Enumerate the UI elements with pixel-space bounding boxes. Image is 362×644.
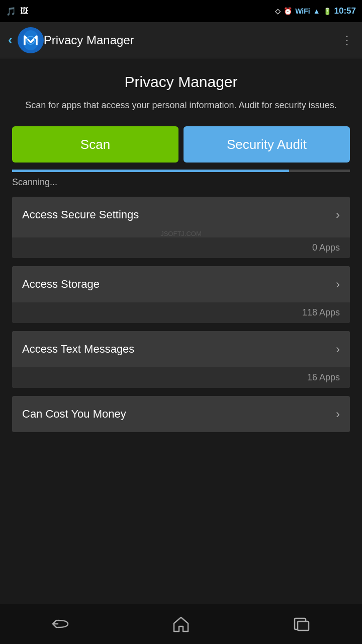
notification-icon-2: 🖼	[20, 7, 28, 16]
action-buttons: Scan Security Audit	[12, 126, 350, 163]
watermark: JSOFTJ.COM	[12, 230, 350, 237]
list-item[interactable]: Access Storage › 118 Apps	[12, 266, 350, 323]
battery-icon: 🔋	[323, 8, 331, 15]
chevron-icon-1: ›	[336, 208, 340, 222]
list-item-label-1: Access Secure Settings	[22, 208, 139, 221]
list-item[interactable]: Can Cost You Money ›	[12, 396, 350, 432]
nav-home-button[interactable]	[161, 611, 201, 636]
nav-bar	[0, 604, 362, 644]
chevron-icon-3: ›	[336, 342, 340, 356]
list-item-label-2: Access Storage	[22, 278, 100, 291]
list-item-count-2: 118 Apps	[12, 302, 350, 323]
page-description: Scan for apps that access your personal …	[12, 99, 350, 112]
list-item-label-3: Access Text Messages	[22, 343, 134, 356]
app-bar: ‹ Privacy Manager ⋮	[0, 22, 362, 58]
content-wrapper: Privacy Manager Scan for apps that acces…	[0, 58, 362, 482]
app-bar-title: Privacy Manager	[44, 33, 341, 47]
time-display: 10:57	[334, 6, 356, 16]
alarm-icon: ⏰	[284, 7, 292, 15]
list-item[interactable]: Access Text Messages › 16 Apps	[12, 331, 350, 388]
main-content: Privacy Manager Scan for apps that acces…	[0, 58, 362, 432]
status-bar: 🎵 🖼 ◇ ⏰ WiFi ▲ 🔋 10:57	[0, 0, 362, 22]
list-item-top-3: Access Text Messages ›	[12, 331, 350, 367]
list-item-count-1: 0 Apps	[12, 237, 350, 258]
list-item-top-1: Access Secure Settings ›	[12, 197, 350, 233]
notification-icon-1: 🎵	[6, 7, 16, 16]
security-audit-button[interactable]: Security Audit	[184, 126, 350, 163]
nav-back-button[interactable]	[40, 611, 80, 636]
sim-icon: ◇	[275, 7, 281, 15]
menu-button[interactable]: ⋮	[341, 33, 354, 47]
list-item-label-4: Can Cost You Money	[22, 408, 126, 421]
scanning-status: Scanning...	[12, 177, 350, 188]
app-logo	[18, 27, 44, 53]
status-bar-left: 🎵 🖼	[6, 7, 28, 16]
chevron-icon-4: ›	[336, 407, 340, 421]
progress-fill	[12, 170, 289, 172]
list-item[interactable]: Access Secure Settings › JSOFTJ.COM 0 Ap…	[12, 197, 350, 258]
chevron-icon-2: ›	[336, 277, 340, 291]
signal-icon: ▲	[313, 7, 320, 15]
list-item-count-3: 16 Apps	[12, 367, 350, 388]
nav-recents-button[interactable]	[282, 611, 322, 636]
page-title: Privacy Manager	[12, 73, 350, 91]
scan-button[interactable]: Scan	[12, 126, 178, 163]
wifi-icon: WiFi	[295, 7, 310, 15]
svg-rect-4	[298, 621, 309, 630]
progress-bar-container	[12, 170, 350, 172]
status-bar-right: ◇ ⏰ WiFi ▲ 🔋 10:57	[275, 6, 356, 16]
list-item-top-4: Can Cost You Money ›	[12, 396, 350, 432]
list-item-top-2: Access Storage ›	[12, 266, 350, 302]
back-button[interactable]: ‹	[8, 32, 13, 48]
